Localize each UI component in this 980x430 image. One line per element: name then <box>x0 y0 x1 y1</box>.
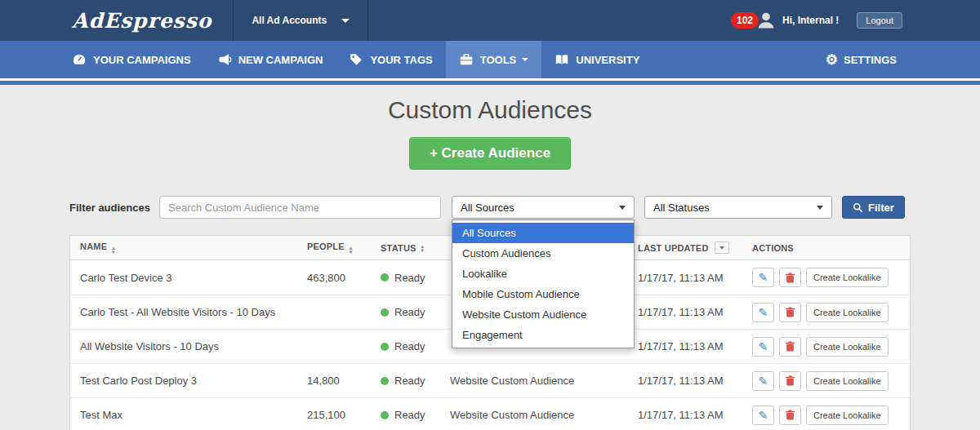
audience-last-updated: 1/17/17, 11:13 AM <box>638 375 752 387</box>
topbar-user-area: 102 Hi, Internal ! Logout <box>731 11 902 30</box>
sources-select-value: All Sources <box>461 202 514 214</box>
briefcase-icon <box>459 52 474 67</box>
header-people: PEOPLE▴▾ <box>307 242 381 254</box>
audience-actions: ✎ Create Lookalike <box>752 268 910 287</box>
audience-last-updated: 1/17/17, 11:13 AM <box>638 340 752 352</box>
edit-button[interactable]: ✎ <box>752 371 774 391</box>
filter-button[interactable]: Filter <box>842 196 905 219</box>
status-dot <box>381 273 389 281</box>
search-icon <box>853 202 863 213</box>
header-status: STATUS▴▾ <box>381 243 450 253</box>
nav-settings[interactable]: ⚙ SETTINGS <box>813 41 910 78</box>
pencil-icon: ✎ <box>759 341 768 352</box>
nav-your-campaigns[interactable]: YOUR CAMPAIGNS <box>59 41 204 78</box>
source-option[interactable]: Engagement <box>452 325 634 345</box>
search-input[interactable] <box>159 196 441 219</box>
ad-account-selector[interactable]: All Ad Accounts <box>233 0 368 41</box>
create-lookalike-button[interactable]: Create Lookalike <box>806 371 889 391</box>
audience-actions: ✎ Create Lookalike <box>752 337 910 357</box>
delete-button[interactable] <box>779 371 801 391</box>
trash-icon <box>786 375 795 386</box>
nav-label: TOOLS <box>480 54 517 66</box>
sort-icon[interactable]: ▴▾ <box>350 246 352 254</box>
chevron-down-icon <box>522 58 528 61</box>
nav-label: YOUR TAGS <box>370 54 432 66</box>
delete-button[interactable] <box>779 303 801 322</box>
audience-actions: ✎ Create Lookalike <box>752 303 910 322</box>
page-title: Custom Audiences <box>0 96 980 124</box>
table-row: Test Carlo Post Deploy 3 14,800 Ready We… <box>70 363 910 397</box>
top-bar: AdEspresso All Ad Accounts 102 Hi, Inter… <box>0 0 980 41</box>
user-icon[interactable] <box>756 11 776 30</box>
audience-source: Website Custom Audience <box>450 375 638 387</box>
sort-icon[interactable]: ▴▾ <box>421 244 424 252</box>
statuses-select[interactable]: All Statuses <box>644 196 832 219</box>
create-lookalike-button[interactable]: Create Lookalike <box>806 268 889 287</box>
source-option[interactable]: All Sources <box>452 223 634 243</box>
megaphone-icon <box>217 52 232 67</box>
source-option[interactable]: Lookalike <box>452 264 634 284</box>
notification-badge[interactable]: 102 <box>731 12 759 29</box>
trash-icon <box>786 307 795 317</box>
main-nav: YOUR CAMPAIGNS NEW CAMPAIGN YOUR TAGS TO… <box>0 41 980 78</box>
create-lookalike-button[interactable]: Create Lookalike <box>806 337 889 357</box>
nav-your-tags[interactable]: YOUR TAGS <box>336 41 445 78</box>
trash-icon <box>786 410 795 420</box>
statuses-select-value: All Statuses <box>653 202 710 214</box>
chevron-down-icon <box>619 206 626 210</box>
trash-icon <box>786 341 795 352</box>
chevron-down-icon <box>817 206 823 210</box>
last-updated-sort-button[interactable] <box>715 242 729 254</box>
source-option[interactable]: Website Custom Audience <box>452 304 634 325</box>
pencil-icon: ✎ <box>759 307 768 318</box>
source-option[interactable]: Mobile Custom Audience <box>452 284 634 304</box>
audience-name: All Website Visitors - 10 Days <box>70 340 307 352</box>
tag-icon <box>349 52 363 67</box>
delete-button[interactable] <box>779 337 801 357</box>
audience-source: Website Custom Audience <box>450 409 638 421</box>
edit-button[interactable]: ✎ <box>752 337 774 357</box>
audience-people: 14,800 <box>307 375 381 387</box>
logout-button[interactable]: Logout <box>857 12 902 29</box>
create-lookalike-button[interactable]: Create Lookalike <box>806 303 889 322</box>
pencil-icon: ✎ <box>759 272 768 283</box>
audience-name: Test Max <box>70 409 307 421</box>
nav-label: UNIVERSITY <box>576 54 639 66</box>
gauge-icon <box>72 52 87 67</box>
status-dot <box>381 343 389 351</box>
audience-status: Ready <box>381 272 450 284</box>
source-option[interactable]: Custom Audiences <box>452 243 634 264</box>
audience-status: Ready <box>381 375 450 387</box>
edit-button[interactable]: ✎ <box>752 303 774 322</box>
delete-button[interactable] <box>779 268 801 287</box>
edit-button[interactable]: ✎ <box>752 268 774 287</box>
adespresso-logo[interactable]: AdEspresso <box>72 9 212 33</box>
header-name: NAME▴▾ <box>70 242 307 254</box>
pencil-icon: ✎ <box>759 375 768 387</box>
edit-button[interactable]: ✎ <box>752 406 774 425</box>
gear-icon: ⚙ <box>826 53 838 67</box>
audience-actions: ✎ Create Lookalike <box>752 371 910 391</box>
nav-label: SETTINGS <box>844 54 897 66</box>
audience-name: Test Carlo Post Deploy 3 <box>70 375 307 387</box>
nav-new-campaign[interactable]: NEW CAMPAIGN <box>204 41 336 78</box>
sort-icon[interactable]: ▴▾ <box>112 246 114 254</box>
ad-account-selector-label: All Ad Accounts <box>252 15 327 26</box>
chevron-down-icon <box>341 19 350 23</box>
pencil-icon: ✎ <box>759 410 768 421</box>
nav-university[interactable]: UNIVERSITY <box>541 41 653 78</box>
audience-last-updated: 1/17/17, 11:13 AM <box>638 409 752 421</box>
audience-name: Carlo Test Device 3 <box>70 272 307 284</box>
main-content: Custom Audiences + Create Audience Filte… <box>0 85 980 430</box>
delete-button[interactable] <box>779 406 801 425</box>
sources-select[interactable]: All Sources <box>452 196 635 219</box>
audience-status: Ready <box>381 409 450 421</box>
audience-last-updated: 1/17/17, 11:13 AM <box>638 306 752 318</box>
audience-actions: ✎ Create Lookalike <box>752 406 910 425</box>
user-greeting: Hi, Internal ! <box>782 15 839 26</box>
create-lookalike-button[interactable]: Create Lookalike <box>806 406 889 425</box>
audience-people: 463,800 <box>307 272 381 284</box>
audience-status: Ready <box>381 306 450 318</box>
create-audience-button[interactable]: + Create Audience <box>409 137 571 170</box>
nav-tools[interactable]: TOOLS <box>446 41 542 78</box>
